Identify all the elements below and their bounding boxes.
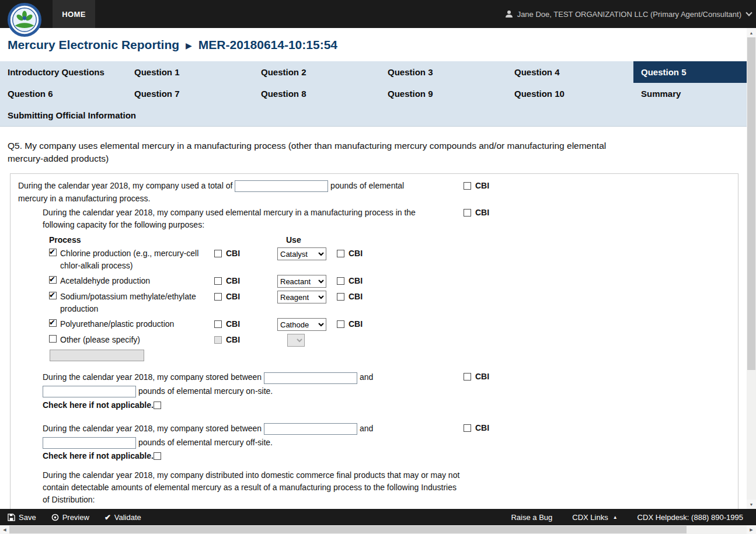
process-row: Polyurethane/plastic production CBI Cath… [49, 318, 730, 331]
scroll-up-arrow[interactable]: ▲ [747, 28, 756, 37]
tab-question-7[interactable]: Question 7 [127, 83, 253, 104]
question-title: Q5. My company uses elemental mercury in… [8, 139, 644, 166]
cbi-checkbox-label[interactable]: CBI [464, 208, 489, 217]
total-used-section: During the calendar year 2018, my compan… [18, 180, 730, 205]
cbi-checkbox[interactable] [214, 320, 222, 328]
use-select[interactable]: Catalyst [277, 247, 326, 260]
cbi-checkbox-label[interactable]: CBI [214, 291, 277, 301]
cbi-checkbox[interactable] [464, 373, 471, 381]
cbi-checkbox[interactable] [214, 293, 222, 301]
scroll-down-arrow[interactable]: ▼ [747, 500, 756, 509]
tab-question-2[interactable]: Question 2 [253, 61, 380, 83]
tab-question-6[interactable]: Question 6 [0, 83, 127, 104]
cbi-checkbox[interactable] [337, 277, 344, 285]
cbi-checkbox[interactable] [214, 277, 222, 285]
footer-bar: Save Preview ✔ Validate Raise a Bug CDX … [0, 509, 756, 525]
process-row: Sodium/potassium methylate/ethylate prod… [49, 291, 730, 315]
report-id: MER-20180614-10:15:54 [198, 38, 337, 52]
cbi-checkbox[interactable] [337, 320, 344, 328]
stored-onsite-section: During the calendar year 2018, my compan… [18, 371, 730, 412]
validate-button[interactable]: ✔ Validate [104, 513, 141, 522]
vertical-scrollbar[interactable]: ▲ ▼ [747, 28, 756, 509]
tab-submitting-official-information[interactable]: Submitting Official Information [0, 104, 747, 126]
cbi-checkbox[interactable] [464, 209, 471, 217]
cbi-checkbox-label[interactable]: CBI [214, 247, 277, 258]
cbi-checkbox-label[interactable]: CBI [464, 372, 489, 381]
cbi-checkbox-label[interactable]: CBI [464, 423, 489, 432]
process-checkbox[interactable] [49, 319, 57, 327]
tab-question-9[interactable]: Question 9 [380, 83, 507, 104]
question-tabs: Introductory Questions Question 1 Questi… [0, 61, 747, 127]
user-menu[interactable]: Jane Doe, TEST ORGANIZATION LLC (Primary… [505, 0, 752, 28]
process-checkbox-label[interactable]: Acetaldehyde production [49, 275, 214, 287]
cbi-checkbox[interactable] [214, 250, 222, 257]
question-panel: During the calendar year 2018, my compan… [10, 173, 738, 534]
user-name: Jane Doe, TEST ORGANIZATION LLC (Primary… [517, 10, 741, 19]
process-row: Chlorine production (e.g., mercury-cell … [49, 247, 730, 272]
preview-icon [51, 514, 59, 521]
tab-summary[interactable]: Summary [633, 83, 747, 104]
process-checkbox[interactable] [49, 249, 57, 256]
tab-question-3[interactable]: Question 3 [380, 61, 507, 83]
tab-question-8[interactable]: Question 8 [253, 83, 380, 104]
tab-question-5[interactable]: Question 5 [633, 61, 747, 83]
stored-onsite-max-input[interactable] [43, 386, 136, 397]
process-checkbox[interactable] [49, 292, 57, 299]
process-row: Acetaldehyde production CBI Reactant CBI [49, 275, 730, 288]
process-column-header: Process [49, 235, 214, 245]
save-icon [8, 514, 15, 521]
page-title: Mercury Electronic Reporting [8, 38, 179, 52]
cbi-checkbox[interactable] [337, 293, 344, 301]
distribution-section: During the calendar year 2018, my compan… [18, 469, 730, 506]
cbi-checkbox-label[interactable]: CBI [337, 247, 407, 258]
tab-question-10[interactable]: Question 10 [507, 83, 633, 104]
tab-question-1[interactable]: Question 1 [127, 61, 253, 83]
stored-onsite-min-input[interactable] [264, 372, 357, 384]
check-icon: ✔ [104, 513, 111, 522]
process-checkbox[interactable] [49, 276, 57, 284]
scroll-left-arrow[interactable]: ◀ [0, 525, 9, 534]
total-used-input[interactable] [235, 180, 328, 192]
preview-button[interactable]: Preview [51, 513, 89, 522]
use-column-header: Use [277, 235, 337, 245]
main-content: Q5. My company uses elemental mercury in… [0, 127, 747, 534]
tab-introductory-questions[interactable]: Introductory Questions [0, 61, 127, 83]
cbi-checkbox-label[interactable]: CBI [214, 275, 277, 285]
cbi-checkbox[interactable] [464, 424, 471, 432]
not-applicable-checkbox[interactable] [154, 452, 161, 460]
process-checkbox-label[interactable]: Chlorine production (e.g., mercury-cell … [49, 247, 214, 272]
stored-offsite-section: During the calendar year 2018, my compan… [18, 422, 730, 463]
cbi-checkbox-label[interactable]: CBI [464, 181, 489, 190]
cbi-checkbox-label[interactable]: CBI [214, 318, 277, 329]
cbi-checkbox-disabled [214, 336, 222, 344]
use-select[interactable]: Reagent [277, 291, 326, 303]
scroll-right-arrow[interactable]: ▶ [747, 525, 756, 534]
process-checkbox-label[interactable]: Sodium/potassium methylate/ethylate prod… [49, 291, 214, 315]
tab-question-4[interactable]: Question 4 [507, 61, 633, 83]
raise-a-bug-link[interactable]: Raise a Bug [511, 513, 552, 522]
cdx-links-button[interactable]: CDX Links ▲ [572, 513, 617, 522]
other-specify-input [50, 350, 144, 361]
cbi-checkbox-label[interactable]: CBI [337, 275, 407, 285]
use-select[interactable]: Reactant [277, 275, 326, 288]
vertical-scroll-thumb[interactable] [747, 37, 755, 370]
not-applicable-checkbox[interactable] [154, 402, 161, 409]
capacity-section: During the calendar year 2018, my compan… [18, 207, 730, 361]
cbi-checkbox-label[interactable]: CBI [337, 291, 407, 301]
process-checkbox[interactable] [49, 335, 57, 343]
use-select[interactable]: Cathode [277, 318, 326, 331]
cbi-checkbox-label: CBI [214, 334, 277, 344]
cbi-checkbox[interactable] [464, 182, 471, 190]
horizontal-scroll-thumb[interactable] [9, 526, 687, 533]
distribution-intro-text: During the calendar year 2018, my compan… [43, 469, 463, 506]
process-checkbox-label[interactable]: Polyurethane/plastic production [49, 318, 214, 330]
home-tab[interactable]: HOME [53, 0, 95, 28]
stored-offsite-min-input[interactable] [264, 423, 357, 435]
top-header-bar: HOME Jane Doe, TEST ORGANIZATION LLC (Pr… [0, 0, 756, 28]
horizontal-scrollbar[interactable]: ◀ ▶ [0, 525, 756, 534]
cbi-checkbox[interactable] [337, 250, 344, 257]
stored-offsite-max-input[interactable] [43, 437, 136, 449]
save-button[interactable]: Save [8, 513, 36, 522]
cbi-checkbox-label[interactable]: CBI [337, 318, 407, 329]
process-checkbox-label[interactable]: Other (please specify) [49, 334, 214, 346]
